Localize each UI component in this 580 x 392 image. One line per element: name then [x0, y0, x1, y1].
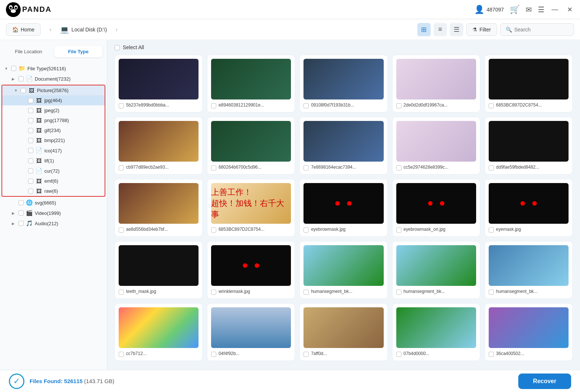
file-checkbox[interactable] [119, 352, 124, 357]
file-checkbox[interactable] [303, 352, 309, 357]
back-button[interactable]: ‹ [45, 24, 55, 35]
tree-checkbox-jpeg[interactable] [28, 108, 33, 113]
file-card[interactable]: 7e8698164ecac7394... [299, 117, 387, 175]
list-view-button[interactable]: ☰ [450, 23, 463, 36]
file-card[interactable]: eyemask.jpg [485, 179, 573, 237]
file-checkbox[interactable] [303, 165, 309, 170]
file-checkbox[interactable] [211, 165, 216, 170]
file-checkbox[interactable] [489, 103, 494, 108]
tree-item-svg[interactable]: 🌐svg(6665) [0, 197, 107, 208]
file-card[interactable]: 7aff0d... [299, 303, 387, 361]
forward-button[interactable]: › [111, 24, 122, 35]
file-card[interactable]: humansegment_bk... [485, 241, 573, 299]
tree-checkbox-svg[interactable] [18, 200, 24, 205]
file-card[interactable]: humansegment_bk... [392, 241, 480, 299]
tree-item-root[interactable]: ▼📁File Type(526116) [0, 63, 107, 74]
file-checkbox[interactable] [489, 352, 494, 357]
file-card[interactable]: ae8d556bd34eb7bf... [115, 179, 203, 237]
file-checkbox[interactable] [489, 290, 494, 295]
file-checkbox[interactable] [396, 227, 401, 233]
tree-checkbox-gif[interactable] [28, 128, 33, 133]
tree-checkbox-png[interactable] [28, 118, 33, 123]
recover-button[interactable]: Recover [518, 374, 571, 389]
file-card[interactable]: eyebrowmask_ori.jpg [392, 179, 480, 237]
file-checkbox[interactable] [303, 290, 309, 295]
file-checkbox[interactable] [119, 290, 124, 295]
tree-checkbox-emf[interactable] [28, 179, 33, 184]
tree-checkbox-raw[interactable] [28, 189, 33, 194]
file-card[interactable]: cc5e2974628e8399c... [392, 117, 480, 175]
tree-item-gif[interactable]: 🖼gif(234) [2, 125, 105, 135]
tree-checkbox-cur[interactable] [28, 168, 33, 173]
minimize-button[interactable]: — [550, 5, 559, 14]
sort-view-button[interactable]: ≡ [434, 23, 447, 36]
tree-item-picture[interactable]: ▼🖼Picture(25876) [2, 85, 105, 95]
tree-checkbox-jpg[interactable] [28, 98, 33, 103]
tree-item-png[interactable]: 🖼png(17788) [2, 115, 105, 125]
file-checkbox[interactable] [396, 165, 401, 170]
file-card[interactable]: humansegment_bk... [299, 241, 387, 299]
tree-item-jpg[interactable]: 🖼jpg(464) [2, 95, 105, 105]
file-card[interactable]: eyebrowmask.jpg [299, 179, 387, 237]
file-checkbox[interactable] [303, 103, 309, 108]
tab-file-location[interactable]: File Location [4, 46, 53, 57]
file-checkbox[interactable] [119, 165, 124, 170]
menu-icon[interactable]: ☰ [538, 5, 545, 14]
tree-item-cur[interactable]: 📄cur(72) [2, 166, 105, 176]
file-card[interactable]: e894603812129901e... [207, 55, 295, 112]
file-checkbox[interactable] [396, 290, 401, 295]
file-card[interactable]: 07b4d0000... [392, 303, 480, 361]
file-checkbox[interactable] [489, 227, 494, 233]
file-card[interactable]: cc7b712... [115, 303, 203, 361]
file-card[interactable]: 6853BC897D2C8754... [485, 55, 573, 112]
file-card[interactable]: 36ca400502... [485, 303, 573, 361]
email-icon[interactable]: ✉ [526, 5, 532, 14]
tree-item-video[interactable]: ▶🎬Video(1999) [0, 208, 107, 218]
file-card[interactable]: dd9fae59fbded8482... [485, 117, 573, 175]
file-checkbox[interactable] [303, 227, 309, 233]
tree-item-jpeg[interactable]: 🖼jpeg(2) [2, 105, 105, 115]
tree-item-document[interactable]: ▶📄Document(7232) [0, 74, 107, 84]
file-card[interactable]: wrinklemask.jpg [207, 241, 295, 299]
home-button[interactable]: 🏠 Home [6, 23, 41, 36]
file-card[interactable]: 680264b6700c5d96... [207, 117, 295, 175]
file-card[interactable]: cb977d89ecb2ae93... [115, 117, 203, 175]
tab-file-type[interactable]: File Type [54, 46, 103, 57]
tree-checkbox-video[interactable] [18, 210, 24, 216]
file-checkbox[interactable] [396, 352, 401, 357]
tree-item-bmp[interactable]: 🖼bmp(221) [2, 135, 105, 145]
tree-checkbox-document[interactable] [18, 76, 24, 81]
file-checkbox[interactable] [211, 227, 216, 233]
file-checkbox[interactable] [211, 103, 216, 108]
tree-checkbox-bmp[interactable] [28, 138, 33, 143]
tree-checkbox-tif[interactable] [28, 158, 33, 163]
select-all-checkbox[interactable] [115, 45, 120, 50]
tree-checkbox-audio[interactable] [18, 221, 24, 226]
tree-item-audio[interactable]: ▶🎵Audio(212) [0, 218, 107, 229]
file-checkbox[interactable] [396, 103, 401, 108]
tree-item-raw[interactable]: 🖼raw(6) [2, 186, 105, 196]
tree-item-emf[interactable]: 🖼emf(6) [2, 176, 105, 186]
file-checkbox[interactable] [211, 290, 216, 295]
file-checkbox[interactable] [211, 352, 216, 357]
file-card[interactable]: 上善工作！超快！加钱！右千大事6853BC897D2C8754... [207, 179, 295, 237]
tree-item-tif[interactable]: 🖼tif(1) [2, 156, 105, 166]
file-card[interactable]: 09108f0d7f193b31b... [299, 55, 387, 112]
tree-checkbox-root[interactable] [11, 66, 16, 71]
file-card[interactable]: teeth_mask.jpg [115, 241, 203, 299]
file-card[interactable]: 2de0d2d0df19967ca... [392, 55, 480, 112]
grid-view-button[interactable]: ⊞ [417, 23, 431, 36]
filter-button[interactable]: ⚗ Filter [466, 23, 497, 36]
tree-checkbox-picture[interactable] [21, 88, 26, 93]
file-checkbox[interactable] [489, 165, 494, 170]
file-card[interactable]: 04f4f92b... [207, 303, 295, 361]
file-card[interactable]: 5b237e899bd0bbba... [115, 55, 203, 112]
search-box[interactable]: 🔍 [500, 23, 574, 36]
search-input[interactable] [514, 27, 566, 33]
cart-icon[interactable]: 🛒 [510, 5, 520, 14]
file-checkbox[interactable] [119, 227, 124, 233]
close-button[interactable]: ✕ [565, 5, 574, 14]
file-checkbox[interactable] [119, 103, 124, 108]
tree-item-ico[interactable]: 📄ico(417) [2, 145, 105, 156]
tree-checkbox-ico[interactable] [28, 148, 33, 153]
